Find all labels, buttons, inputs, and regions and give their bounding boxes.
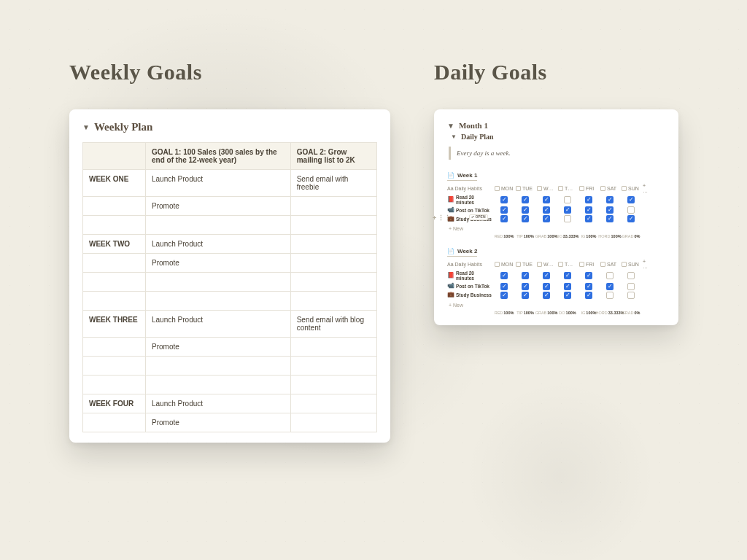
goal2-cell[interactable] <box>290 413 376 432</box>
habit-checkbox[interactable]: ✓ <box>537 271 556 281</box>
habit-checkbox[interactable]: ✓ <box>600 195 619 205</box>
habit-checkbox[interactable]: ✓ <box>516 206 535 214</box>
habit-checkbox[interactable]: ✓ <box>558 271 577 281</box>
goal1-cell[interactable]: Launch Product <box>146 394 291 413</box>
habit-checkbox[interactable]: ✓ <box>622 195 640 205</box>
habit-checkbox[interactable]: ✓ <box>495 292 514 299</box>
habit-checkbox[interactable]: ✓ <box>516 283 535 290</box>
habit-checkbox[interactable]: ✓ <box>516 195 535 205</box>
habit-checkbox[interactable]: ✓ <box>558 283 577 290</box>
goal2-cell[interactable] <box>290 376 376 394</box>
habit-checkbox[interactable]: ✓ <box>600 283 619 290</box>
collapse-icon[interactable]: ▼ <box>447 122 454 130</box>
collapse-icon[interactable]: ▼ <box>82 123 90 131</box>
new-row-button[interactable]: + New <box>447 300 651 308</box>
habit-checkbox[interactable] <box>622 292 640 299</box>
table-row[interactable]: WEEK FOURLaunch Product <box>83 394 377 413</box>
goal1-cell[interactable]: Promote <box>146 338 291 357</box>
habit-checkbox[interactable]: ✓ <box>537 292 556 299</box>
plus-icon[interactable]: + <box>433 215 436 222</box>
goal1-cell[interactable] <box>146 292 291 311</box>
habit-checkbox[interactable]: ✓ <box>579 292 598 299</box>
habit-checkbox[interactable] <box>600 271 619 281</box>
table-row[interactable]: Promote <box>83 338 377 357</box>
habit-checkbox[interactable]: ✓ <box>495 271 514 281</box>
habit-checkbox[interactable]: ✓ <box>537 195 556 205</box>
habit-checkbox[interactable]: ✓ <box>600 215 619 222</box>
goal2-cell[interactable] <box>290 197 376 216</box>
habit-checkbox[interactable]: ✓ <box>495 206 514 214</box>
goal1-cell[interactable]: Promote <box>146 197 291 216</box>
goal2-cell[interactable] <box>290 357 376 376</box>
row-handle[interactable]: +⋮⋮ <box>433 215 451 222</box>
habit-checkbox[interactable]: ✓ <box>537 215 556 222</box>
habit-checkbox[interactable]: ✓ <box>537 283 556 290</box>
habit-checkbox[interactable]: ✓ <box>495 283 514 290</box>
habit-checkbox[interactable]: ✓ <box>579 206 598 214</box>
table-row[interactable] <box>83 357 377 376</box>
goal1-cell[interactable]: Promote <box>146 413 291 432</box>
habit-checkbox[interactable]: ✓ <box>495 215 514 222</box>
goal2-cell[interactable] <box>290 394 376 413</box>
habit-row[interactable]: 📕Read 20 minutes <box>447 271 492 281</box>
goal2-cell[interactable] <box>290 292 376 311</box>
goal1-cell[interactable]: Launch Product <box>146 235 291 254</box>
table-row[interactable]: Promote <box>83 197 377 216</box>
goal1-cell[interactable] <box>146 216 291 235</box>
habit-checkbox[interactable] <box>622 283 640 290</box>
table-row[interactable]: WEEK THREELaunch ProductSend email with … <box>83 311 377 338</box>
goal2-cell[interactable] <box>290 235 376 254</box>
collapse-icon[interactable]: ▼ <box>451 133 457 140</box>
goal2-cell[interactable]: Send email with freebie <box>290 170 376 197</box>
goal1-cell[interactable] <box>146 273 291 292</box>
habit-row[interactable]: 📕Read 20 minutes <box>447 195 492 205</box>
goal2-cell[interactable] <box>290 273 376 292</box>
table-row[interactable] <box>83 376 377 394</box>
habit-checkbox[interactable]: ✓ <box>516 292 535 299</box>
habit-checkbox[interactable]: ✓ <box>622 215 640 222</box>
habit-checkbox[interactable]: ✓ <box>579 271 598 281</box>
goal2-cell[interactable] <box>290 216 376 235</box>
habit-checkbox[interactable] <box>558 195 577 205</box>
goal1-cell[interactable]: Launch Product <box>146 170 291 197</box>
open-pill[interactable]: ⤢ OPEN <box>469 214 488 220</box>
habit-row[interactable]: 📹Post on TikTok <box>447 283 492 290</box>
habit-checkbox[interactable]: ✓ <box>537 206 556 214</box>
goal1-cell[interactable] <box>146 376 291 394</box>
habit-row[interactable]: 💼Study Business+⋮⋮⤢ OPEN <box>447 215 492 222</box>
goal2-cell[interactable] <box>290 254 376 273</box>
habit-checkbox[interactable]: ✓ <box>495 195 514 205</box>
habit-checkbox[interactable]: ✓ <box>558 206 577 214</box>
habit-checkbox[interactable]: ✓ <box>516 215 535 222</box>
table-row[interactable]: Promote <box>83 413 377 432</box>
table-row[interactable] <box>83 273 377 292</box>
add-column-button[interactable]: + … <box>643 259 651 269</box>
habit-checkbox[interactable]: ✓ <box>600 206 619 214</box>
habit-checkbox[interactable] <box>558 215 577 222</box>
habit-checkbox[interactable] <box>600 292 619 299</box>
habit-checkbox[interactable]: ✓ <box>579 283 598 290</box>
new-row-button[interactable]: + New <box>447 224 651 231</box>
habit-checkbox[interactable]: ✓ <box>579 195 598 205</box>
goal2-cell[interactable]: Send email with blog content <box>290 311 376 338</box>
table-row[interactable]: Promote <box>83 254 377 273</box>
table-row[interactable]: WEEK ONELaunch ProductSend email with fr… <box>83 170 377 197</box>
habit-row[interactable]: 📹Post on TikTok <box>447 206 492 214</box>
add-column-button[interactable]: + … <box>643 183 651 193</box>
goal1-cell[interactable]: Promote <box>146 254 291 273</box>
table-row[interactable] <box>83 216 377 235</box>
goal1-cell[interactable]: Launch Product <box>146 311 291 338</box>
habit-checkbox[interactable]: ✓ <box>516 271 535 281</box>
week-label[interactable]: 📄Week 1 <box>447 172 477 181</box>
habit-checkbox[interactable]: ✓ <box>579 215 598 222</box>
habit-row[interactable]: 💼Study Business <box>447 292 492 299</box>
habit-checkbox[interactable] <box>622 271 640 281</box>
table-row[interactable]: WEEK TWOLaunch Product <box>83 235 377 254</box>
goal1-cell[interactable] <box>146 357 291 376</box>
habit-checkbox[interactable] <box>622 206 640 214</box>
habit-checkbox[interactable]: ✓ <box>558 292 577 299</box>
week-label[interactable]: 📄Week 2 <box>447 248 477 257</box>
goal2-cell[interactable] <box>290 338 376 357</box>
drag-handle-icon[interactable]: ⋮⋮ <box>438 215 451 222</box>
table-row[interactable] <box>83 292 377 311</box>
